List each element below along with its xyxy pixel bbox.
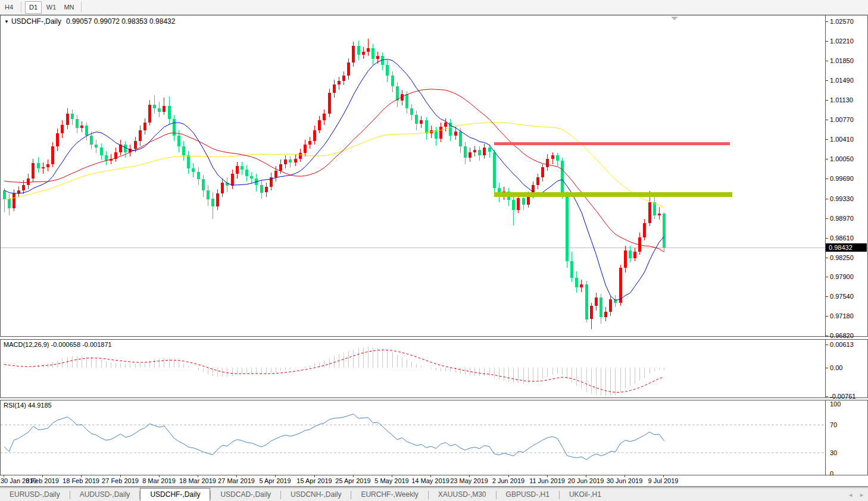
chart-tab-eurchf[interactable]: EURCHF-,Weekly <box>351 488 427 501</box>
date-axis-label: 15 Apr 2019 <box>296 477 332 484</box>
candle <box>493 150 496 193</box>
tab-scroll-right-icon[interactable]: ► <box>859 492 864 498</box>
candle <box>391 71 394 92</box>
candle <box>551 152 554 164</box>
chart-tab-xauusd[interactable]: XAUUSD-,M30 <box>429 488 496 501</box>
collapse-indicator-icon[interactable]: ▼ <box>4 19 9 24</box>
candle <box>381 52 384 70</box>
time-axis[interactable]: 30 Jan 20198 Feb 201918 Feb 201927 Feb 2… <box>0 475 867 486</box>
candle <box>245 165 248 182</box>
axis-tick <box>826 120 828 120</box>
candle <box>362 47 365 59</box>
window-border <box>0 486 868 487</box>
chart-tab-gbpusd[interactable]: GBPUSD-,H1 <box>497 488 559 501</box>
candle <box>236 162 239 179</box>
candle <box>255 174 258 191</box>
candle <box>202 175 205 197</box>
price-axis[interactable]: 1.025701.022101.018501.014901.011301.007… <box>826 15 867 336</box>
date-axis-label: 2 Jun 2019 <box>492 477 524 484</box>
candle <box>638 233 641 255</box>
candle <box>483 143 486 159</box>
timeframe-button-mn[interactable]: MN <box>61 1 77 14</box>
rsi-label: RSI(14) 44.9185 <box>4 402 52 409</box>
candle <box>294 154 297 166</box>
candle <box>32 159 35 183</box>
candle <box>270 173 273 190</box>
candle <box>396 82 399 107</box>
price-axis-label: 0.96820 <box>830 332 854 339</box>
rsi-axis[interactable]: 10070300 <box>826 400 867 475</box>
chart-tab-ukoil[interactable]: UKOil-,H1 <box>560 488 611 501</box>
candle <box>76 115 79 133</box>
axis-tick <box>826 336 828 336</box>
candle <box>187 151 190 174</box>
candle <box>663 212 666 252</box>
candle <box>129 145 132 156</box>
axis-tick <box>826 345 828 345</box>
macd-axis[interactable]: 0.006130.00-0.00761 <box>826 340 867 397</box>
axis-tick <box>826 199 828 199</box>
candle <box>105 151 108 166</box>
candle <box>386 60 389 82</box>
candle <box>517 195 520 213</box>
axis-tick <box>826 61 828 61</box>
date-axis-label: 14 May 2019 <box>411 477 449 484</box>
rsi-panel: RSI(14) 44.9185 10070300 <box>0 400 868 475</box>
tab-scroll-left-icon[interactable]: ◄ <box>848 492 853 498</box>
candle <box>56 129 59 151</box>
candle <box>260 180 263 199</box>
chart-shift-marker-icon[interactable] <box>671 17 678 20</box>
candle <box>148 100 151 126</box>
chart-tab-usdcad[interactable]: USDCAD-,Daily <box>211 488 280 501</box>
timeframe-button-w1[interactable]: W1 <box>43 1 60 14</box>
candle <box>541 164 544 181</box>
candle <box>629 246 632 262</box>
price-axis-label: 1.01850 <box>830 57 854 64</box>
price-axis-label: 0.99330 <box>830 195 854 202</box>
candle <box>633 248 636 261</box>
tab-nav: ◄ ► <box>848 488 864 501</box>
date-axis-label: 18 Mar 2019 <box>179 477 216 484</box>
candle <box>143 118 146 135</box>
candle <box>454 127 457 140</box>
candle <box>464 142 467 164</box>
candle <box>100 143 103 160</box>
candle <box>653 195 656 218</box>
candle <box>265 183 268 197</box>
axis-tick <box>826 396 828 397</box>
candle <box>114 148 117 162</box>
candle <box>425 117 428 140</box>
candle <box>173 115 176 141</box>
candle <box>415 111 418 130</box>
toolbar-separator <box>81 2 82 12</box>
candle <box>342 71 345 86</box>
chart-tab-audusd[interactable]: AUDUSD-,Daily <box>70 488 140 501</box>
candle <box>420 116 423 128</box>
candle <box>221 179 224 197</box>
candle <box>600 294 602 324</box>
candle <box>211 192 214 218</box>
timeframe-button-d1[interactable]: D1 <box>25 1 42 14</box>
chart-tab-usdcnh[interactable]: USDCNH-,Daily <box>281 488 351 501</box>
candle <box>308 137 311 149</box>
candle <box>299 149 302 162</box>
timeframe-button-h4[interactable]: H4 <box>1 1 17 14</box>
candle <box>435 127 438 145</box>
chart-tab-usdchf[interactable]: USDCHF-,Daily <box>140 488 210 501</box>
axis-tick <box>826 218 828 219</box>
candle <box>367 39 370 56</box>
date-axis-label: 5 Apr 2019 <box>259 477 291 484</box>
rsi-plot[interactable]: RSI(14) 44.9185 <box>1 400 826 475</box>
macd-plot[interactable]: MACD(12,26,9) -0.000658 -0.001871 <box>1 340 826 397</box>
candle <box>643 219 646 241</box>
chart-tab-eurusd[interactable]: EURUSD-,Daily <box>0 488 70 501</box>
candle <box>347 58 350 80</box>
price-axis-label: 1.00050 <box>830 155 854 162</box>
axis-tick <box>826 238 828 239</box>
candle <box>231 170 234 189</box>
main-chart-plot[interactable]: ▼USDCHF-,Daily0.99057 0.99072 0.98353 0.… <box>1 15 826 336</box>
candle <box>66 108 69 129</box>
candle <box>585 281 588 322</box>
timeframe-toolbar: H4 D1 W1 MN <box>0 0 868 15</box>
candle <box>304 140 307 156</box>
